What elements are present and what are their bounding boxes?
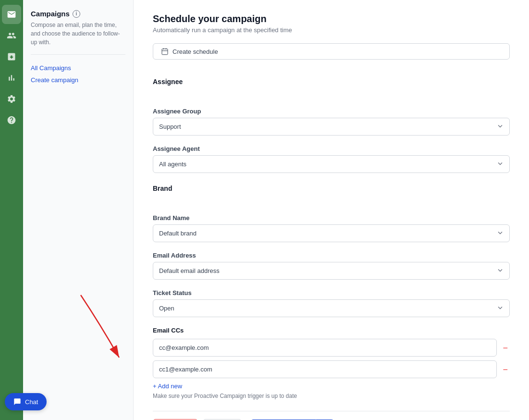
email-cc-input-2[interactable] [153, 360, 497, 378]
email-address-wrapper: Default email address [153, 262, 510, 280]
sidebar: Campaigns i Compose an email, plan the t… [23, 0, 134, 420]
email-cc-input-1[interactable] [153, 339, 497, 357]
brand-section-title: Brand [153, 185, 510, 192]
chat-label: Chat [25, 398, 38, 406]
chat-button[interactable]: Chat [5, 393, 47, 410]
nav-email-icon[interactable] [2, 5, 21, 24]
email-ccs-label: Email CCs [153, 327, 510, 334]
remove-cc-1-button[interactable]: − [501, 344, 510, 352]
create-schedule-btn-label: Create schedule [172, 48, 218, 55]
brand-name-label: Brand Name [153, 214, 510, 222]
svg-rect-1 [162, 49, 168, 55]
email-cc-row-1: − [153, 339, 510, 357]
ticket-status-wrapper: Open Resolved Pending [153, 299, 510, 317]
calendar-icon [161, 48, 169, 55]
info-icon: i [73, 10, 80, 18]
nav-help-icon[interactable] [2, 111, 21, 130]
nav-bar [0, 0, 23, 420]
assignee-group-select[interactable]: Support Sales Tech Support [153, 118, 510, 136]
brand-name-wrapper: Default brand [153, 224, 510, 242]
nav-reports-icon[interactable] [2, 68, 21, 87]
assignee-group-wrapper: Support Sales Tech Support [153, 118, 510, 136]
email-ccs-section: Email CCs − − + Add new Make sure your P… [153, 327, 510, 411]
brand-name-select[interactable]: Default brand [153, 224, 510, 242]
nav-contacts-icon[interactable] [2, 26, 21, 45]
main-content: Schedule your campaign Automatically run… [134, 0, 529, 420]
remove-cc-2-button[interactable]: − [501, 365, 510, 374]
add-new-cc-link[interactable]: + Add new [153, 383, 182, 390]
assignee-agent-select[interactable]: All agents Agent 1 [153, 155, 510, 173]
ticket-status-label: Ticket Status [153, 289, 510, 296]
assignee-section-title: Assignee [153, 78, 510, 86]
bottom-bar: Cancel Back Save and Run [153, 411, 510, 420]
email-address-select[interactable]: Default email address [153, 262, 510, 280]
nav-settings-icon[interactable] [2, 89, 21, 109]
page-subtitle: Automatically run a campaign at the spec… [153, 26, 510, 34]
email-address-label: Email Address [153, 252, 510, 259]
page-title: Schedule your campaign [153, 13, 510, 25]
assignee-group-label: Assignee Group [153, 108, 510, 115]
nav-inbox-icon[interactable] [2, 47, 21, 66]
trigger-note: Make sure your Proactive Campaign trigge… [153, 393, 510, 399]
sidebar-title-text: Campaigns [31, 10, 70, 18]
sidebar-title: Campaigns i [31, 10, 125, 18]
add-new-cc-label: + Add new [153, 383, 182, 390]
create-schedule-button[interactable]: Create schedule [153, 43, 510, 60]
trigger-note-text: Make sure your Proactive Campaign trigge… [153, 393, 297, 399]
sidebar-description: Compose an email, plan the time, and cho… [31, 21, 125, 55]
assignee-agent-label: Assignee Agent [153, 145, 510, 152]
ticket-status-select[interactable]: Open Resolved Pending [153, 299, 510, 317]
create-campaign-link[interactable]: Create campaign [31, 76, 125, 84]
all-campaigns-link[interactable]: All Campaigns [31, 64, 125, 72]
chat-icon [13, 398, 21, 406]
email-cc-row-2: − [153, 360, 510, 378]
assignee-agent-wrapper: All agents Agent 1 [153, 155, 510, 173]
